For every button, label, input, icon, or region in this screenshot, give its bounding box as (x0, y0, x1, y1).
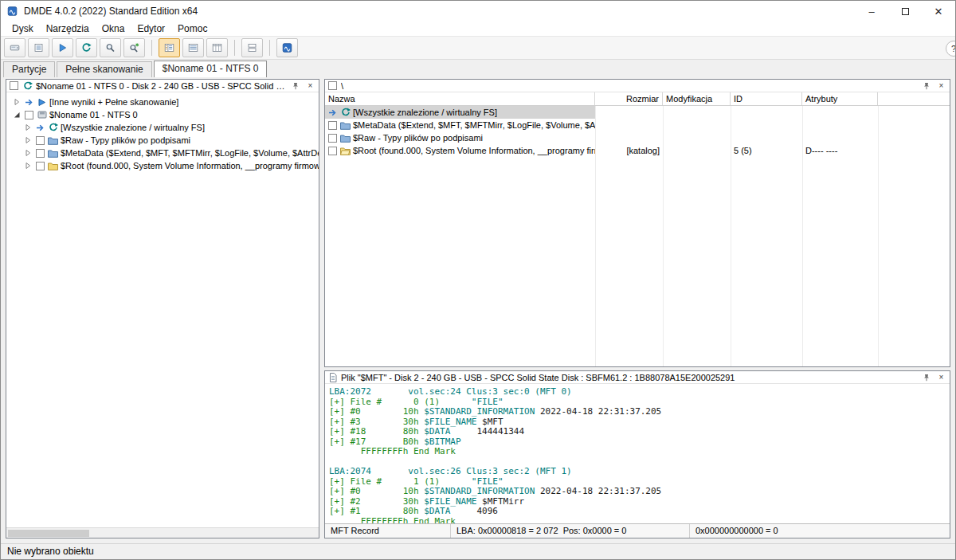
file-row[interactable]: $MetaData ($Extend, $MFT, $MFTMirr, $Log… (325, 119, 950, 131)
tree-item[interactable]: $Root (found.000, System Volume Informat… (6, 159, 319, 172)
expander-closed-icon[interactable] (22, 123, 33, 132)
scrollbar-thumb[interactable] (8, 530, 89, 537)
menu-okna[interactable]: Okna (96, 22, 131, 36)
toolbar-separator (234, 40, 235, 56)
checkbox-icon[interactable] (35, 161, 45, 170)
status-bar: Nie wybrano obiektu (1, 543, 955, 559)
file-name-label: [Wszystkie znalezione / wirtualny FS] (353, 108, 497, 117)
split-horiz-button[interactable] (241, 38, 263, 57)
pin-panel-button[interactable] (920, 372, 932, 383)
tree-horizontal-scrollbar[interactable] (6, 527, 319, 538)
view-cols-button[interactable] (206, 38, 228, 57)
tree-item-label: $Noname 01 - NTFS 0 (49, 110, 138, 119)
column-header-id[interactable]: ID (731, 92, 802, 105)
pin-icon (923, 374, 931, 382)
menu-pomoc[interactable]: Pomoc (171, 22, 214, 36)
column-header-nazwa[interactable]: Nazwa (325, 92, 595, 105)
menu-dysk[interactable]: Dysk (6, 22, 40, 36)
file-attrs-cell: D---- ---- (802, 146, 878, 155)
dmde-window: { "window": { "title": "DMDE 4.0.2 (2022… (0, 0, 956, 560)
tree-item[interactable]: [Wszystkie znalezione / wirtualny FS] (6, 121, 319, 134)
help-button[interactable]: ? (946, 41, 956, 57)
pin-panel-button[interactable] (920, 80, 932, 92)
file-name-cell[interactable]: $Root (found.000, System Volume Informat… (325, 144, 595, 157)
reopen-button[interactable] (76, 38, 97, 57)
expander-closed-icon[interactable] (22, 135, 33, 145)
checkbox-icon[interactable] (35, 135, 45, 145)
column-header-rozmiar[interactable]: Rozmiar (595, 92, 663, 105)
hex-status-offset: 0x000000000000 = 0 (690, 524, 950, 538)
checkbox-icon[interactable] (35, 148, 45, 158)
close-panel-button[interactable]: × (935, 372, 947, 383)
file-name-cell[interactable]: $Raw - Typy plików po podpisami (325, 131, 595, 144)
search-button[interactable] (100, 38, 121, 57)
file-name-cell[interactable]: $MetaData ($Extend, $MFT, $MFTMirr, $Log… (325, 119, 595, 131)
goto-icon (35, 123, 45, 132)
reload-icon (340, 108, 351, 117)
maximize-icon (902, 8, 909, 15)
folder-blue-icon (48, 135, 58, 145)
tab-partycje[interactable]: Partycje (3, 61, 55, 77)
column-separator (663, 106, 664, 366)
hex-status-bar: MFT Record LBA: 0x00000818 = 2 072 Pos: … (325, 523, 950, 538)
menu-edytor[interactable]: Edytor (131, 22, 171, 36)
tree-item-label: $Raw - Typy plików po podpisami (61, 135, 190, 145)
tab-pe-ne-skanowanie[interactable]: Pełne skanowanie (57, 61, 151, 77)
column-header-modyfikacja[interactable]: Modyfikacja (663, 92, 731, 105)
checkbox-icon[interactable] (24, 110, 34, 119)
tree-item[interactable]: $MetaData ($Extend, $MFT, $MFTMirr, $Log… (6, 147, 319, 159)
close-button[interactable]: ✕ (922, 1, 955, 22)
select-disk-button[interactable] (4, 38, 25, 57)
expander-open-icon[interactable] (11, 110, 22, 119)
continue-icon (57, 43, 68, 53)
checkbox-icon[interactable] (9, 81, 19, 91)
file-name-cell[interactable]: [Wszystkie znalezione / wirtualny FS] (325, 106, 595, 119)
column-headers: NazwaRozmiarModyfikacjaIDAtrybuty (325, 92, 950, 106)
continue-button[interactable] (52, 38, 73, 57)
close-panel-button[interactable]: × (304, 80, 316, 92)
file-list-panel: \ × NazwaRozmiarModyfikacjaIDAtrybuty [W… (324, 79, 950, 367)
mft-record-view[interactable]: LBA:2072 vol.sec:24 Clus:3 sec:0 (MFT 0)… (325, 385, 950, 523)
maximize-button[interactable] (888, 1, 922, 22)
column-separator (731, 106, 731, 366)
toolbar: ? (1, 36, 955, 60)
checkbox-icon[interactable] (327, 120, 338, 130)
reload-icon (22, 81, 33, 91)
pin-icon (292, 82, 300, 90)
title-bar: DMDE 4.0.2 (2022) Standard Edition x64 –… (1, 1, 955, 22)
open-image-button[interactable] (28, 38, 49, 57)
view-list-icon (188, 43, 198, 53)
pin-panel-button[interactable] (289, 80, 301, 92)
expander-closed-icon[interactable] (11, 97, 22, 107)
expander-closed-icon[interactable] (22, 161, 33, 170)
minimize-button[interactable]: – (855, 1, 888, 22)
view-tree-button[interactable] (159, 38, 180, 57)
tree-item[interactable]: $Noname 01 - NTFS 0 (6, 108, 319, 121)
tab-noname-01-ntfs-0[interactable]: $Noname 01 - NTFS 0 (154, 61, 268, 77)
tree-item[interactable]: [Inne wyniki + Pełne skanowanie] (6, 96, 319, 108)
file-row[interactable]: $Raw - Typy plików po podpisami (325, 131, 950, 144)
checkbox-icon[interactable] (327, 133, 338, 143)
select-disk-icon (10, 43, 20, 53)
expander-closed-icon[interactable] (22, 148, 33, 158)
search-new-button[interactable] (123, 38, 145, 57)
tree-item-label: $Root (found.000, System Volume Informat… (61, 161, 319, 170)
tree-item-label: [Wszystkie znalezione / wirtualny FS] (61, 123, 205, 132)
view-list-button[interactable] (182, 38, 204, 57)
hex-status-mode: MFT Record (325, 524, 451, 538)
column-header-atrybuty[interactable]: Atrybuty (802, 92, 878, 105)
file-row[interactable]: $Root (found.000, System Volume Informat… (325, 144, 950, 157)
file-size-cell: [katalog] (595, 146, 663, 155)
hex-status-lba: LBA: 0x00000818 = 2 072 Pos: 0x0000 = 0 (451, 524, 690, 538)
checkbox-icon[interactable] (327, 81, 338, 91)
disk-icon (37, 110, 47, 119)
column-separator (878, 106, 879, 366)
checkbox-icon[interactable] (327, 146, 338, 155)
file-row[interactable]: [Wszystkie znalezione / wirtualny FS] (325, 106, 950, 119)
column-separator (595, 106, 596, 366)
close-panel-button[interactable]: × (935, 80, 947, 92)
dmde-logo-button[interactable] (276, 38, 298, 57)
file-name-label: $MetaData ($Extend, $MFT, $MFTMirr, $Log… (353, 120, 595, 130)
menu-narz-dzia[interactable]: Narzędzia (40, 22, 96, 36)
tree-item[interactable]: $Raw - Typy plików po podpisami (6, 134, 319, 147)
